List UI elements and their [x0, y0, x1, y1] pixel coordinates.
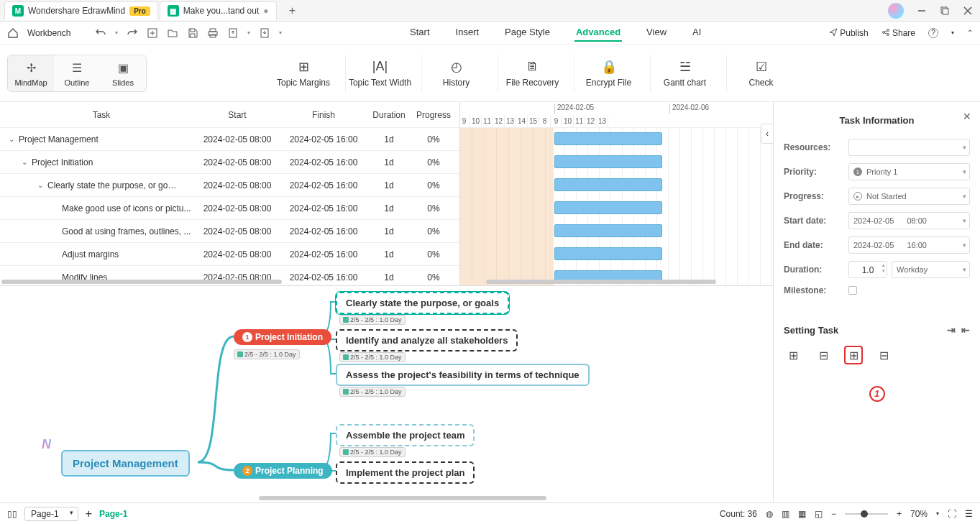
maximize-icon[interactable] — [940, 6, 950, 16]
open-icon[interactable] — [167, 27, 178, 39]
grid-add-button[interactable]: ⊞ — [844, 346, 863, 364]
milestone-checkbox[interactable] — [848, 286, 857, 295]
help-icon[interactable]: ? — [928, 28, 938, 38]
sub-node[interactable]: Identify and analyze all stakeholders — [336, 329, 518, 351]
workbench-link[interactable]: Workbench — [27, 28, 70, 38]
new-icon[interactable] — [147, 27, 158, 39]
task-row[interactable]: Make good use of icons or pictu...2024-0… — [0, 197, 459, 220]
minimize-icon[interactable] — [917, 6, 927, 16]
progress-field[interactable]: ▸Not Started▾ — [848, 188, 970, 205]
home-icon[interactable] — [7, 27, 19, 39]
view-slides[interactable]: ▣ Slides — [100, 55, 146, 91]
menu-view[interactable]: View — [645, 24, 668, 42]
add-task-button[interactable]: ⊞ — [784, 346, 802, 364]
gantt-bar[interactable] — [554, 178, 662, 191]
gantt-chart[interactable]: 2024-02-05 2024-02-06 910111213141589101… — [460, 102, 773, 285]
task-row[interactable]: ⌄Clearly state the purpose, or goals2024… — [0, 174, 459, 197]
import-dd-icon[interactable]: ▾ — [279, 29, 282, 36]
gantt-bar[interactable] — [554, 201, 662, 214]
menu-insert[interactable]: Insert — [454, 24, 481, 42]
priority-field[interactable]: 1Priority 1▾ — [848, 163, 970, 180]
branch-node[interactable]: 2 Project Planning — [234, 463, 332, 479]
gantt-chart-button[interactable]: ☱Gantt chart — [650, 55, 719, 92]
topic-text-width-button[interactable]: |A|Topic Text Width — [345, 55, 414, 92]
gantt-bar[interactable] — [554, 132, 662, 145]
undo-icon[interactable] — [95, 27, 106, 39]
sub-node[interactable]: Assemble the project team — [336, 424, 475, 446]
gantt-bar[interactable] — [554, 155, 662, 168]
branch-num-icon: 1 — [242, 332, 252, 342]
split-view-icon[interactable]: ▥ — [782, 509, 789, 519]
import-icon[interactable] — [259, 27, 270, 39]
duration-value[interactable]: 1.0▴▾ — [848, 261, 887, 278]
save-icon[interactable] — [187, 27, 198, 39]
add-page-button[interactable]: + — [86, 507, 92, 520]
branch-node[interactable]: 1 Project Initiation — [234, 329, 331, 345]
help-dd-icon[interactable]: ▾ — [951, 29, 954, 36]
fit-icon[interactable]: ◱ — [815, 509, 823, 519]
end-date-field[interactable]: 2024-02-05 16:00▾ — [848, 236, 970, 254]
task-scrollbar[interactable] — [1, 280, 282, 284]
sub-node[interactable]: Clearly state the purpose, or goals — [336, 292, 509, 314]
menu-advanced[interactable]: Advanced — [574, 24, 622, 42]
root-node[interactable]: Project Management — [61, 450, 190, 477]
add-tab-button[interactable]: + — [284, 4, 301, 17]
gantt-bar[interactable] — [554, 247, 662, 260]
share-button[interactable]: Share — [881, 28, 915, 38]
publish-button[interactable]: Publish — [829, 28, 869, 38]
layout-icon[interactable]: ▦ — [798, 509, 806, 519]
pages-icon[interactable]: ▯▯ — [7, 509, 17, 519]
fullscreen-icon[interactable]: ⛶ — [948, 509, 956, 519]
outdent-icon[interactable]: ⇤ — [961, 324, 970, 336]
gantt-scrollbar[interactable] — [486, 280, 716, 284]
menu-icon[interactable]: ☰ — [965, 509, 973, 519]
chevron-down-icon[interactable]: ⌄ — [22, 158, 27, 166]
mindmap-canvas[interactable]: N Project Management 1 Project Initiatio… — [0, 286, 773, 505]
sub-node[interactable]: Assess the project's feasibility in term… — [336, 364, 590, 386]
indent-icon[interactable]: ⇥ — [947, 324, 956, 336]
duration-unit[interactable]: Workday▾ — [892, 261, 970, 278]
view-outline[interactable]: ☰ Outline — [54, 55, 100, 91]
menu-start[interactable]: Start — [408, 24, 431, 42]
check-button[interactable]: ☑Check — [726, 55, 795, 92]
task-row[interactable]: Adjust margins2024-02-05 08:002024-02-05… — [0, 243, 459, 266]
sub-node[interactable]: Implement the project plan — [336, 461, 475, 484]
task-row[interactable]: ⌄Project Initiation2024-02-05 08:002024-… — [0, 151, 459, 174]
task-row[interactable]: ⌄Project Management2024-02-05 08:002024-… — [0, 128, 459, 151]
print-icon[interactable] — [207, 27, 219, 39]
grid-remove-button[interactable]: ⊟ — [874, 346, 893, 364]
resources-field[interactable]: ▾ — [848, 139, 970, 156]
history-button[interactable]: ◴History — [421, 55, 490, 92]
menu-ai[interactable]: AI — [691, 24, 702, 42]
export-dd-icon[interactable]: ▾ — [247, 29, 250, 36]
task-row[interactable]: Good at using frames, outlines, ...2024-… — [0, 220, 459, 243]
page-tab-active[interactable]: Page-1 — [99, 509, 127, 519]
chevron-down-icon[interactable]: ⌄ — [37, 181, 43, 189]
user-avatar[interactable] — [888, 3, 904, 19]
close-panel-icon[interactable]: ✕ — [963, 111, 971, 122]
collapse-gantt-button[interactable]: ‹ — [761, 124, 773, 144]
globe-icon[interactable]: ◍ — [766, 509, 773, 519]
undo-dd-icon[interactable]: ▾ — [115, 29, 118, 36]
zoom-dd-icon[interactable]: ▾ — [936, 510, 939, 517]
close-icon[interactable] — [963, 6, 973, 16]
topic-margins-button[interactable]: ⊞Topic Margins — [269, 55, 338, 92]
file-recovery-button[interactable]: 🗎File Recovery — [498, 55, 567, 92]
page-selector[interactable]: Page-1▾ — [24, 507, 78, 521]
start-date-field[interactable]: 2024-02-05 08:00▾ — [848, 212, 970, 229]
remove-task-button[interactable]: ⊟ — [814, 346, 833, 364]
zoom-out-button[interactable]: − — [831, 509, 836, 519]
collapse-ribbon-icon[interactable]: ⌃ — [967, 29, 973, 37]
zoom-slider[interactable] — [845, 513, 888, 515]
document-tab[interactable]: ▦ Make you...tand out ● — [160, 1, 277, 20]
redo-icon[interactable] — [127, 27, 138, 39]
menu-page-style[interactable]: Page Style — [503, 24, 551, 42]
encrypt-file-button[interactable]: 🔒Encrypt File — [574, 55, 643, 92]
mindmap-scrollbar[interactable] — [259, 496, 546, 500]
chevron-down-icon[interactable]: ⌄ — [9, 135, 14, 143]
view-mindmap[interactable]: ✢ MindMap — [8, 55, 54, 91]
export-icon[interactable] — [227, 27, 239, 39]
app-tab[interactable]: M Wondershare EdrawMind Pro — [4, 1, 158, 20]
gantt-bar[interactable] — [554, 224, 662, 237]
zoom-in-button[interactable]: + — [897, 509, 902, 519]
